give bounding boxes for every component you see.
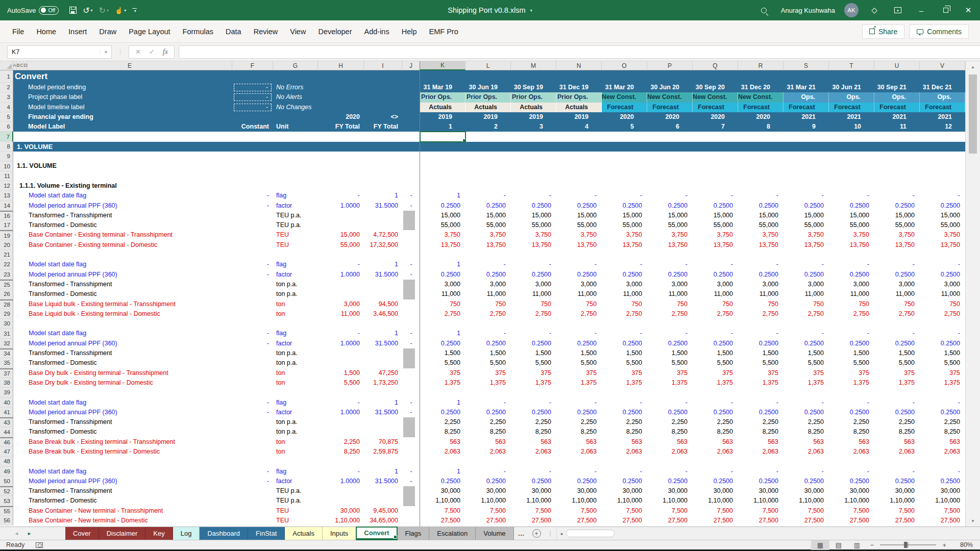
cell-O25[interactable]: 3,000 (602, 280, 647, 289)
cell-P44[interactable]: 8,250 (647, 427, 693, 437)
cell-I31[interactable]: 1 (364, 329, 402, 338)
cell-V44[interactable]: 8,250 (920, 427, 965, 437)
cell-S46[interactable]: 563 (783, 437, 829, 447)
ribbon-tab-home[interactable]: Home (30, 20, 62, 42)
cell-K50[interactable]: 0.2500 (420, 477, 465, 486)
cell-H47[interactable]: 8,250 (318, 447, 364, 457)
cell-Q4[interactable]: Forecast (693, 103, 738, 112)
cell-S19[interactable]: 3,750 (783, 230, 829, 240)
cell-H38[interactable]: 5,500 (318, 378, 364, 388)
cell-L26[interactable]: 11,000 (465, 289, 511, 299)
cell-E23[interactable]: Model period annual PPF (360) (28, 270, 232, 280)
cell-J56[interactable] (402, 516, 420, 525)
horizontal-scrollbar[interactable]: ◂ (556, 527, 980, 540)
cell-F22[interactable]: - (232, 260, 273, 269)
cell-O3[interactable]: New Const. (602, 92, 647, 102)
more-sheets-button[interactable]: … (514, 527, 529, 540)
cell-M2[interactable]: 30 Sep 19 (511, 83, 556, 92)
cell-L46[interactable]: 563 (465, 437, 511, 447)
cell-F43[interactable] (232, 417, 273, 427)
cell-L37[interactable]: 375 (465, 368, 511, 378)
column-header-f[interactable]: F (232, 61, 273, 70)
cell-L13[interactable]: - (465, 191, 511, 201)
cell-O37[interactable]: 375 (602, 368, 647, 378)
cell-L34[interactable]: 1,500 (465, 348, 511, 358)
sheet-tab-key[interactable]: Key (145, 527, 173, 540)
cell-P50[interactable]: 0.2500 (647, 477, 693, 486)
cell-S47[interactable]: 2,063 (783, 447, 829, 457)
cell-K34[interactable]: 1,500 (420, 348, 465, 358)
cell-H41[interactable]: 1.0000 (318, 408, 364, 417)
cell-U52[interactable]: 30,000 (874, 486, 920, 496)
view-page-layout-button[interactable]: ▤ (829, 540, 848, 550)
cell-R49[interactable]: - (738, 467, 783, 477)
row-header-38[interactable]: 38 (0, 378, 13, 388)
row-header-5[interactable]: 5 (0, 112, 13, 122)
cell-T22[interactable]: - (829, 260, 874, 269)
cell-T16[interactable]: 15,000 (829, 211, 874, 220)
cell-K32[interactable]: 0.2500 (420, 339, 465, 348)
cell-L16[interactable]: 15,000 (465, 211, 511, 220)
cell-T49[interactable]: - (829, 467, 874, 477)
cell-Q34[interactable]: 1,500 (693, 348, 738, 358)
cell-J49[interactable]: - (402, 467, 420, 477)
cell-N52[interactable]: 30,000 (556, 486, 602, 496)
cell-P26[interactable]: 11,000 (647, 289, 693, 299)
cell-R26[interactable]: 11,000 (738, 289, 783, 299)
cell-P13[interactable]: - (647, 191, 693, 201)
cell-U47[interactable]: 2,063 (874, 447, 920, 457)
cell-J50[interactable]: - (402, 477, 420, 486)
scroll-down-icon[interactable]: ▾ (966, 515, 980, 527)
cell-N43[interactable]: 2,250 (556, 417, 602, 427)
cell-P47[interactable]: 2,063 (647, 447, 693, 457)
row-header-37[interactable]: 37 (0, 368, 13, 378)
cell-O40[interactable]: - (602, 398, 647, 408)
cell-J34[interactable] (402, 348, 420, 358)
cell-V6[interactable]: 12 (920, 122, 965, 132)
cell-V28[interactable]: 750 (920, 299, 965, 309)
cell-Q53[interactable]: 1,10,000 (693, 496, 738, 506)
cell-H44[interactable] (318, 427, 364, 437)
cell-K31[interactable]: 1 (420, 329, 465, 338)
cell-K6[interactable]: 1 (420, 122, 465, 132)
row-header-52[interactable]: 52 (0, 486, 13, 496)
cell-S43[interactable]: 2,250 (783, 417, 829, 427)
cell-O46[interactable]: 563 (602, 437, 647, 447)
cell-M38[interactable]: 1,375 (511, 378, 556, 388)
cell-Q28[interactable]: 750 (693, 299, 738, 309)
cell-G4[interactable]: No Changes (273, 103, 318, 112)
cell-S44[interactable]: 8,250 (783, 427, 829, 437)
cell-L19[interactable]: 3,750 (465, 230, 511, 240)
cell-F3[interactable]: - (232, 92, 273, 102)
cell-V35[interactable]: 5,500 (920, 358, 965, 368)
cell-P55[interactable]: 7,500 (647, 506, 693, 516)
cell-H35[interactable] (318, 358, 364, 368)
share-button[interactable]: Share (862, 24, 904, 39)
cell-Q55[interactable]: 7,500 (693, 506, 738, 516)
cell-V23[interactable]: 0.2500 (920, 270, 965, 280)
cell-R20[interactable]: 13,750 (738, 240, 783, 250)
cell-T6[interactable]: 10 (829, 122, 874, 132)
cell-P3[interactable]: New Const. (647, 92, 693, 102)
cell-O41[interactable]: 0.2500 (602, 408, 647, 417)
cell-T47[interactable]: 2,063 (829, 447, 874, 457)
cell-S28[interactable]: 750 (783, 299, 829, 309)
cell-I56[interactable]: 34,65,000 (364, 516, 402, 525)
cell-P37[interactable]: 375 (647, 368, 693, 378)
cell-L31[interactable]: - (465, 329, 511, 338)
cell-R56[interactable]: 27,500 (738, 516, 783, 525)
row-header-13[interactable]: 13 (0, 191, 13, 201)
cell-T31[interactable]: - (829, 329, 874, 338)
cell-F55[interactable] (232, 506, 273, 516)
row-header-26[interactable]: 26 (0, 289, 13, 299)
row-header-9[interactable]: 9 (0, 152, 13, 161)
cell-M19[interactable]: 3,750 (511, 230, 556, 240)
cell-I28[interactable]: 94,500 (364, 299, 402, 309)
cell-E28[interactable]: Base Liquid bulk - Existing terminal - T… (28, 299, 232, 309)
cell-J16[interactable] (402, 211, 420, 220)
cell-G44[interactable]: ton p.a. (273, 427, 318, 437)
cell-T44[interactable]: 8,250 (829, 427, 874, 437)
cell-T41[interactable]: 0.2500 (829, 408, 874, 417)
cell-K22[interactable]: 1 (420, 260, 465, 269)
column-header-t[interactable]: T (829, 61, 874, 70)
